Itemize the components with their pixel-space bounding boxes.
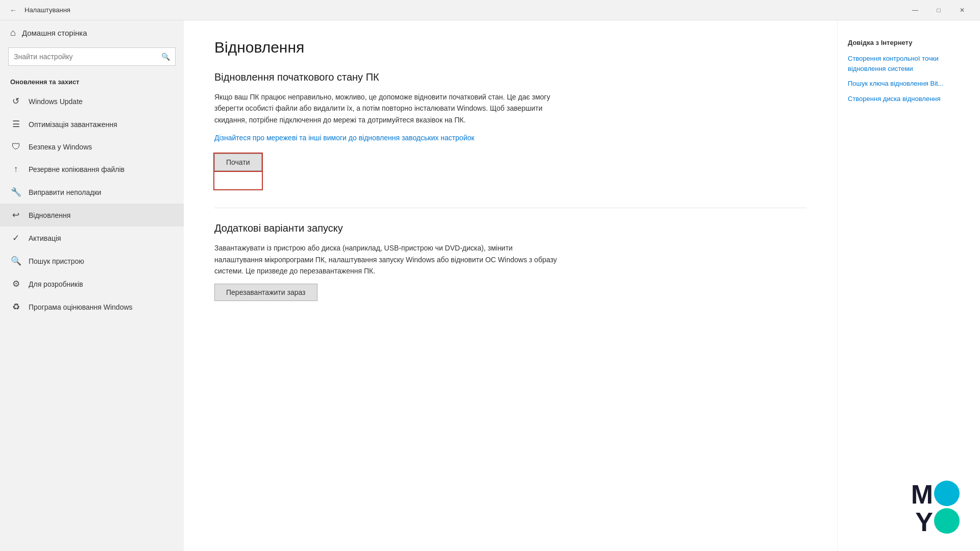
- help-link-2[interactable]: Пошук ключа відновлення Bit...: [848, 79, 968, 89]
- sidebar-item-label: Виправити неполадки: [29, 188, 174, 196]
- sidebar-item-backup[interactable]: ↑ Резервне копіювання файлів: [0, 158, 184, 181]
- moyo-circle-o-teal: [934, 508, 960, 534]
- home-nav-item[interactable]: ⌂ Домашня сторінка: [0, 20, 184, 45]
- sidebar-item-label: Резервне копіювання файлів: [29, 165, 174, 173]
- sidebar-item-troubleshoot[interactable]: 🔧 Виправити неполадки: [0, 181, 184, 204]
- window-controls: — □ ✕: [903, 0, 974, 20]
- sidebar-item-windows-update[interactable]: ↺ Windows Update: [0, 90, 184, 113]
- moyo-branding: M Y: [911, 481, 960, 536]
- home-icon: ⌂: [10, 28, 16, 38]
- restart-now-button[interactable]: Перезавантажити зараз: [214, 284, 317, 301]
- search-box: 🔍: [8, 47, 176, 66]
- activation-icon: ✓: [10, 233, 21, 243]
- section-divider: [214, 208, 806, 208]
- help-link-3[interactable]: Створення диска відновлення: [848, 94, 968, 104]
- sidebar-item-developers[interactable]: ⚙ Для розробників: [0, 272, 184, 295]
- search-input[interactable]: [14, 53, 161, 61]
- main-content: Відновлення Відновлення початкового стан…: [184, 20, 837, 551]
- moyo-row-1: M: [911, 481, 960, 508]
- backup-icon: ↑: [10, 164, 21, 174]
- close-button[interactable]: ✕: [950, 0, 974, 20]
- windows-update-icon: ↺: [10, 96, 21, 107]
- find-device-icon: 🔍: [10, 256, 21, 266]
- section2-heading: Додаткові варіанти запуску: [214, 222, 806, 234]
- section1-heading: Відновлення початкового стану ПК: [214, 71, 806, 83]
- sidebar-item-label: Windows Update: [29, 97, 174, 106]
- sidebar-item-label: Безпека у Windows: [29, 143, 174, 151]
- main-layout: ⌂ Домашня сторінка 🔍 Оновлення та захист…: [0, 20, 980, 551]
- right-panel: Довідка з Інтернету Створення контрольно…: [837, 20, 980, 551]
- section1-description: Якщо ваш ПК працює неправильно, можливо,…: [214, 91, 561, 126]
- recovery-icon: ↩: [10, 210, 21, 220]
- optimization-icon: ☰: [10, 119, 21, 130]
- minimize-button[interactable]: —: [903, 0, 927, 20]
- home-label: Домашня сторінка: [22, 29, 87, 37]
- sidebar-section-title: Оновлення та захист: [0, 74, 184, 90]
- section2-description: Завантажувати із пристрою або диска (нап…: [214, 242, 561, 277]
- moyo-letter-y: Y: [915, 509, 932, 535]
- moyo-circle-o-blue: [934, 481, 960, 506]
- security-icon: 🛡: [10, 142, 21, 152]
- help-link-1[interactable]: Створення контрольної точки відновлення …: [848, 54, 968, 73]
- sidebar-item-label: Активація: [29, 234, 174, 242]
- back-icon: ←: [10, 6, 17, 14]
- app-title: Налаштування: [24, 6, 70, 14]
- sidebar-item-label: Оптимізація завантаження: [29, 120, 174, 129]
- start-button-wrapper: Почати: [214, 154, 262, 189]
- moyo-row-2: Y: [915, 508, 960, 536]
- sidebar-item-label: Для розробників: [29, 280, 174, 288]
- help-title: Довідка з Інтернету: [848, 39, 968, 46]
- sidebar-item-activation[interactable]: ✓ Активація: [0, 227, 184, 249]
- titlebar: ← Налаштування — □ ✕: [0, 0, 980, 20]
- sidebar-item-label: Програма оцінювання Windows: [29, 303, 174, 311]
- back-button[interactable]: ←: [6, 3, 20, 17]
- search-icon: 🔍: [161, 53, 170, 61]
- insider-icon: ♻: [10, 302, 21, 312]
- sidebar-item-label: Відновлення: [29, 211, 174, 219]
- sidebar-item-find-device[interactable]: 🔍 Пошук пристрою: [0, 249, 184, 272]
- sidebar-item-insider[interactable]: ♻ Програма оцінювання Windows: [0, 295, 184, 318]
- sidebar: ⌂ Домашня сторінка 🔍 Оновлення та захист…: [0, 20, 184, 551]
- maximize-button[interactable]: □: [927, 0, 950, 20]
- page-title: Відновлення: [214, 39, 806, 56]
- sidebar-item-security[interactable]: 🛡 Безпека у Windows: [0, 136, 184, 158]
- section1-learn-more-link[interactable]: Дізнайтеся про мережеві та інші вимоги д…: [214, 133, 806, 143]
- sidebar-item-recovery[interactable]: ↩ Відновлення: [0, 204, 184, 227]
- sidebar-item-optimization[interactable]: ☰ Оптимізація завантаження: [0, 113, 184, 136]
- developers-icon: ⚙: [10, 279, 21, 289]
- troubleshoot-icon: 🔧: [10, 187, 21, 197]
- sidebar-item-label: Пошук пристрою: [29, 257, 174, 265]
- moyo-letter-m: M: [911, 481, 932, 508]
- start-button[interactable]: Почати: [214, 154, 262, 171]
